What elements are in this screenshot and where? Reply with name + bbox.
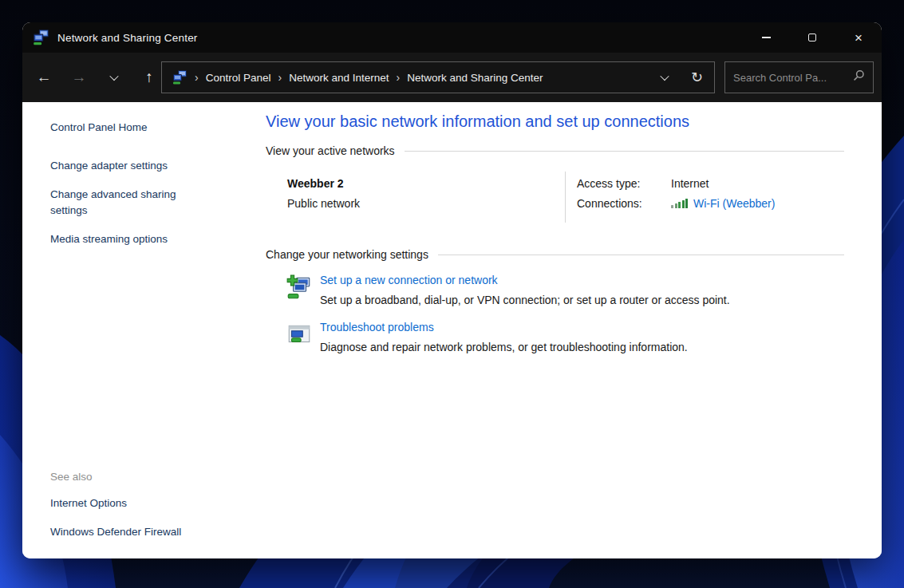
maximize-button[interactable] — [789, 22, 835, 53]
refresh-icon: ↻ — [691, 69, 703, 85]
network-app-icon — [32, 29, 49, 46]
window-title: Network and Sharing Center — [57, 32, 198, 44]
see-also-label: See also — [50, 471, 181, 483]
troubleshoot-problems-description: Diagnose and repair network problems, or… — [320, 341, 688, 353]
app-window: Network and Sharing Center × ← → ↑ › C — [22, 22, 882, 558]
connections-label: Connections: — [577, 197, 671, 210]
access-type-row: Access type: Internet — [577, 177, 844, 190]
access-type-value: Internet — [671, 177, 709, 190]
wifi-connection-link[interactable]: Wi-Fi (Weebber) — [693, 197, 775, 210]
section-rule — [405, 151, 844, 152]
breadcrumb-network-and-sharing-center[interactable]: Network and Sharing Center — [407, 72, 543, 84]
close-icon: × — [855, 31, 863, 45]
desktop: { "window": { "title": "Network and Shar… — [0, 0, 904, 588]
troubleshoot-problems-link[interactable]: Troubleshoot problems — [320, 321, 434, 333]
maximize-icon — [808, 34, 816, 41]
back-button[interactable]: ← — [32, 64, 56, 91]
recent-locations-button[interactable] — [102, 64, 126, 91]
chevron-down-icon — [660, 72, 669, 81]
sidebar-item-control-panel-home[interactable]: Control Panel Home — [50, 121, 243, 133]
connections-row: Connections: Wi-Fi (Weebber) — [577, 197, 844, 210]
location-icon — [172, 69, 188, 85]
search-icon[interactable] — [852, 69, 865, 85]
close-button[interactable]: × — [835, 22, 882, 53]
active-network-card: Weebber 2 Public network Access type: In… — [287, 172, 844, 223]
breadcrumb-separator: › — [396, 71, 400, 84]
navigation-toolbar: ← → ↑ › Control Panel › Network and Inte… — [22, 53, 882, 102]
network-type: Public network — [287, 197, 565, 210]
minimize-button[interactable] — [743, 22, 789, 53]
sidebar-item-change-advanced-sharing-settings[interactable]: Change advanced sharing settings — [50, 187, 192, 219]
address-bar[interactable]: › Control Panel › Network and Internet ›… — [161, 61, 715, 93]
breadcrumb-separator: › — [195, 71, 199, 84]
troubleshoot-icon — [286, 321, 313, 348]
active-networks-label: View your active networks — [266, 144, 395, 157]
breadcrumb-network-and-internet[interactable]: Network and Internet — [289, 72, 389, 84]
sidebar-item-internet-options[interactable]: Internet Options — [50, 495, 181, 511]
main-panel: View your basic network information and … — [243, 102, 882, 558]
address-dropdown-button[interactable] — [655, 74, 674, 81]
task-text: Troubleshoot problems Diagnose and repai… — [320, 319, 688, 353]
search-box — [724, 61, 874, 93]
sidebar-item-change-adapter-settings[interactable]: Change adapter settings — [50, 158, 243, 174]
forward-button[interactable]: → — [67, 64, 91, 91]
network-name: Weebber 2 — [287, 177, 565, 190]
sidebar-item-media-streaming-options[interactable]: Media streaming options — [50, 231, 243, 247]
task-setup-new-connection: Set up a new connection or network Set u… — [286, 272, 844, 306]
networking-settings-label: Change your networking settings — [266, 248, 428, 261]
minimize-icon — [762, 37, 771, 38]
setup-new-connection-link[interactable]: Set up a new connection or network — [320, 274, 498, 286]
up-button[interactable]: ↑ — [137, 64, 161, 91]
content-area: Control Panel Home Change adapter settin… — [22, 102, 882, 558]
new-connection-icon — [286, 274, 313, 301]
section-rule — [438, 255, 844, 255]
network-details: Access type: Internet Connections: Wi-Fi… — [565, 172, 844, 223]
task-troubleshoot-problems: Troubleshoot problems Diagnose and repai… — [286, 319, 844, 353]
sidebar-item-windows-defender-firewall[interactable]: Windows Defender Firewall — [50, 524, 181, 540]
search-input[interactable] — [733, 72, 852, 84]
titlebar: Network and Sharing Center × — [22, 22, 882, 53]
page-title: View your basic network information and … — [266, 110, 844, 132]
see-also-section: See also Internet Options Windows Defend… — [50, 471, 181, 553]
caption-controls: × — [743, 22, 882, 53]
back-icon: ← — [37, 69, 52, 86]
setup-new-connection-description: Set up a broadband, dial-up, or VPN conn… — [320, 294, 730, 306]
breadcrumb-control-panel[interactable]: Control Panel — [206, 72, 271, 84]
sidebar: Control Panel Home Change adapter settin… — [22, 102, 243, 558]
wifi-signal-icon — [671, 199, 688, 208]
chevron-down-icon — [109, 72, 118, 81]
task-text: Set up a new connection or network Set u… — [320, 272, 730, 306]
up-icon: ↑ — [145, 69, 153, 86]
breadcrumb-separator: › — [278, 71, 282, 84]
access-type-label: Access type: — [577, 177, 671, 190]
networking-settings-section-header: Change your networking settings — [266, 248, 844, 261]
forward-icon: → — [72, 69, 87, 86]
refresh-button[interactable]: ↻ — [689, 69, 705, 86]
network-identity: Weebber 2 Public network — [287, 172, 565, 223]
active-networks-section-header: View your active networks — [266, 144, 844, 157]
